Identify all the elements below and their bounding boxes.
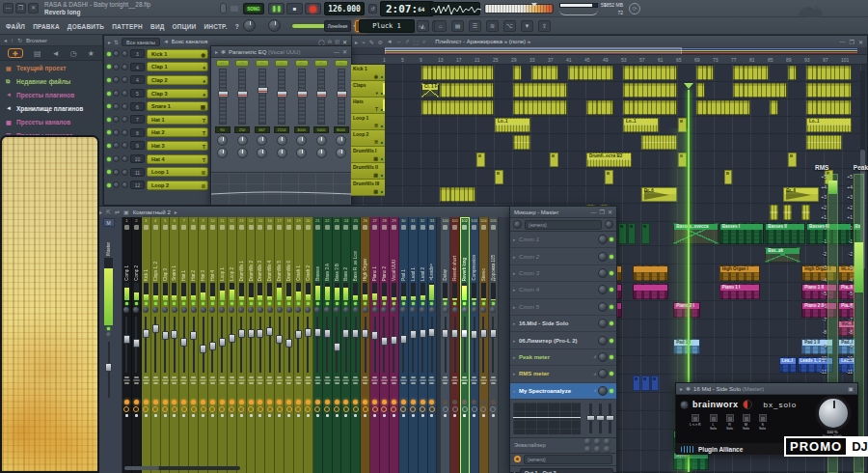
mixer-slot-3[interactable]: ▸Слот 3 — [510, 265, 616, 282]
strip-enable-switch[interactable] — [152, 406, 158, 412]
strip-routing-controls[interactable] — [276, 376, 283, 398]
channel-target-number[interactable]: 4 — [130, 63, 145, 71]
output-meter[interactable] — [484, 4, 554, 14]
strip-enable-switch[interactable] — [410, 406, 416, 412]
fader-handle[interactable] — [248, 329, 255, 338]
eq-slider-handle[interactable] — [277, 91, 287, 97]
strip-pan-arrows[interactable] — [209, 379, 216, 381]
strip-record-lamp[interactable] — [363, 400, 367, 404]
eq-band-gain-knob[interactable] — [336, 148, 346, 158]
magnet-icon[interactable]: ⌁ — [362, 39, 366, 45]
strip-fader[interactable] — [179, 315, 188, 375]
channel-pan-knob[interactable] — [113, 169, 120, 176]
strip-enable-switch[interactable] — [462, 406, 468, 412]
menu-item-вид[interactable]: ВИД — [150, 23, 165, 30]
strip-fader[interactable] — [275, 315, 284, 375]
strip-record-lamp[interactable] — [267, 400, 272, 404]
slot-enable-led[interactable] — [610, 321, 613, 325]
strip-record-lamp[interactable] — [462, 400, 467, 404]
playback-tool-icon[interactable]: ◄ — [387, 39, 393, 44]
strip-pan-knob[interactable] — [219, 307, 225, 313]
fader-handle[interactable] — [285, 339, 292, 348]
playlist-track-header[interactable]: Loop 2≣ — [351, 130, 385, 147]
pattern-clip[interactable] — [421, 100, 494, 115]
fader-handle[interactable] — [442, 329, 448, 338]
fader-handle[interactable] — [152, 324, 159, 333]
strip-record-lamp[interactable] — [420, 400, 425, 404]
playlist-track-header[interactable]: HatsT — [351, 97, 385, 114]
strip-fader[interactable] — [409, 315, 418, 375]
strip-mute-led[interactable] — [453, 302, 456, 305]
strip-pan-arrows[interactable] — [248, 379, 255, 381]
browser-tab-favorites[interactable]: ★ — [88, 49, 95, 58]
playlist-track-header[interactable]: Loop 1≣ — [351, 114, 385, 130]
pattern-clip[interactable] — [513, 100, 567, 115]
strip-pan-arrows[interactable] — [400, 379, 407, 381]
pattern-clip[interactable] — [806, 83, 852, 97]
mixer-slot-4[interactable]: ▸Слот 4 — [510, 282, 616, 298]
fader-handle[interactable] — [352, 329, 359, 338]
output-selector[interactable]: Out 1 - Out 2 — [520, 468, 613, 473]
mixer-strip-6[interactable]: 6Snare 1 — [170, 217, 179, 473]
strip-pan-arrows[interactable] — [190, 379, 197, 381]
eq-band-type-button[interactable]: ◠ — [235, 60, 249, 67]
eq-band-slider[interactable] — [338, 69, 345, 125]
slot-mix-knob[interactable] — [598, 268, 608, 278]
strip-pan-arrows[interactable] — [490, 379, 497, 381]
pattern-clip[interactable] — [623, 100, 677, 115]
menu-item-паттерн[interactable]: ПАТТЕРН — [112, 23, 143, 30]
strip-routing-controls[interactable] — [381, 376, 388, 398]
strip-slot-dot[interactable] — [492, 414, 495, 417]
strip-pan-knob[interactable] — [248, 307, 254, 313]
strip-pan-arrows[interactable] — [352, 379, 359, 381]
strip-slot-dot[interactable] — [412, 414, 415, 417]
stereo-width-knob[interactable] — [819, 399, 848, 428]
sync-icon[interactable]: ⟳ — [629, 3, 640, 14]
pattern-clip[interactable] — [696, 83, 705, 97]
slot-mix-knob[interactable] — [598, 352, 608, 362]
strip-mute-led[interactable] — [221, 302, 224, 305]
strip-pan-arrows[interactable] — [314, 379, 321, 381]
strip-pan-knob[interactable] — [123, 307, 129, 313]
pattern-clip[interactable] — [641, 376, 650, 391]
strip-record-lamp[interactable] — [472, 400, 476, 404]
strip-pan-knob[interactable] — [172, 307, 177, 313]
strip-enable-switch[interactable] — [305, 406, 311, 412]
strip-slot-dot[interactable] — [135, 414, 138, 417]
strip-slot-dot[interactable] — [164, 414, 167, 417]
channel-mute-led[interactable] — [107, 130, 111, 134]
play-button[interactable]: ❚❚ — [268, 3, 285, 14]
fader-handle[interactable] — [391, 336, 397, 345]
strip-fader[interactable] — [361, 315, 369, 375]
strip-pan-knob[interactable] — [480, 307, 486, 313]
slot-mix-knob[interactable] — [598, 319, 608, 328]
browser-item[interactable]: ◄Пресеты плагинов — [0, 88, 102, 101]
mixer-strip-28[interactable]: 28Piano 2 — [380, 217, 390, 473]
mixer-strip-33[interactable]: 33=Leads= — [428, 217, 438, 473]
bx-button-switch[interactable] — [759, 414, 767, 422]
mixer-strip-25[interactable]: 25Bass R..se Low — [351, 217, 361, 473]
strip-enable-switch[interactable] — [480, 406, 486, 412]
pattern-plus[interactable]: ＋ — [417, 22, 422, 31]
pattern-clip[interactable] — [770, 100, 778, 115]
strip-fader[interactable] — [341, 315, 350, 375]
pattern-clip[interactable] — [618, 223, 627, 244]
fader-handle[interactable] — [410, 330, 417, 339]
mixer-strip-30[interactable]: 30Pad 1 — [399, 217, 409, 473]
track-add-icon[interactable] — [380, 174, 384, 178]
track-add-icon[interactable] — [380, 141, 384, 145]
strip-slot-dot[interactable] — [231, 414, 233, 417]
strip-record-lamp[interactable] — [392, 400, 396, 404]
pattern-clip[interactable] — [623, 83, 677, 97]
channel-button[interactable]: Hat 1T — [147, 115, 208, 125]
strip-record-lamp[interactable] — [239, 400, 244, 404]
bx-button-switch[interactable] — [692, 414, 699, 422]
strip-pan-arrows[interactable] — [285, 379, 292, 381]
time-display[interactable]: 2:07:64 — [380, 1, 434, 16]
strip-record-lamp[interactable] — [201, 400, 205, 404]
tempo-display[interactable]: 126.000 — [324, 2, 365, 15]
strip-routing-controls[interactable] — [480, 376, 487, 398]
channel-target-number[interactable]: 3 — [130, 49, 145, 58]
strip-routing-controls[interactable] — [190, 376, 197, 398]
strip-fader[interactable] — [170, 315, 178, 375]
